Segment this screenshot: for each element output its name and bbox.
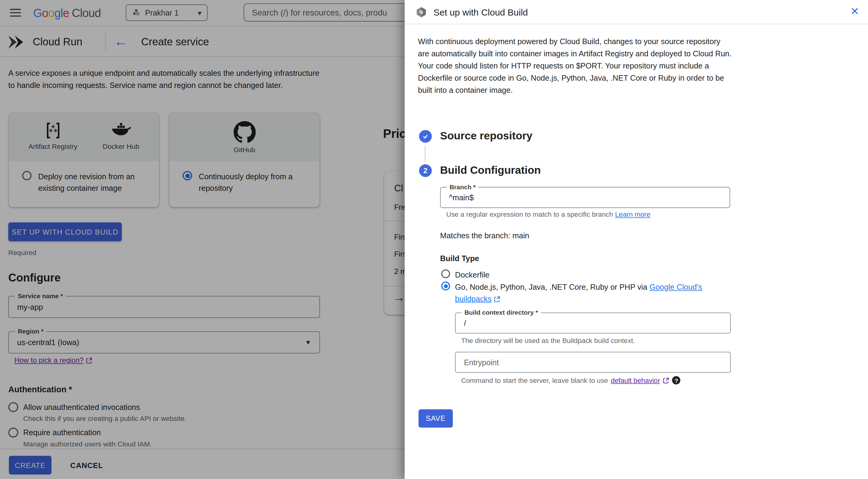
external-link-icon — [663, 377, 670, 384]
build-context-helper: The directory will be used as the Buildp… — [461, 337, 635, 344]
default-behavior-link[interactable]: default behavior — [611, 376, 660, 384]
step1-title: Source repository — [440, 129, 532, 142]
dockerfile-radio[interactable] — [441, 269, 450, 278]
step-connector — [425, 145, 426, 162]
buildpacks-label: Go, Node.js, Python, Java, .NET Core, Ru… — [455, 281, 702, 293]
buildpacks-link[interactable]: Google Cloud's — [649, 283, 702, 292]
step2-number-circle[interactable]: 2 — [419, 164, 432, 177]
dockerfile-option[interactable]: Dockerfile — [441, 269, 490, 281]
branch-helper-text: Use a regular expression to match to a s… — [446, 211, 613, 218]
entrypoint-field — [455, 352, 731, 373]
step2-title: Build Configuration — [440, 164, 541, 176]
step1-check-circle[interactable] — [419, 130, 432, 143]
modal-scrim — [0, 0, 405, 479]
gcp-console: GoogleCloud Prakhar 1 ▾ Cloud Run ← Crea… — [0, 0, 868, 479]
buildpacks-radio[interactable] — [441, 281, 450, 290]
buildpacks-link-line2[interactable]: buildpacks — [455, 293, 500, 305]
panel-description-p2: Your code should listen for HTTP request… — [418, 60, 732, 96]
build-context-field: Build context directory * — [455, 312, 731, 334]
check-icon — [421, 132, 429, 140]
branch-match-note: Matches the branch: main — [440, 231, 529, 240]
branch-helper: Use a regular expression to match to a s… — [446, 211, 651, 218]
panel-description-p1: With continuous deployment powered by Cl… — [418, 35, 732, 60]
panel-description: With continuous deployment powered by Cl… — [418, 35, 732, 96]
learn-more-link[interactable]: Learn more — [615, 211, 650, 218]
external-link-icon — [494, 296, 501, 303]
buildpacks-link[interactable]: buildpacks — [455, 293, 492, 305]
save-button[interactable]: SAVE — [418, 409, 453, 427]
dockerfile-label: Dockerfile — [455, 269, 490, 281]
build-context-input[interactable] — [456, 313, 730, 333]
entrypoint-helper-text: Command to start the server, leave blank… — [461, 376, 608, 384]
entrypoint-input[interactable] — [456, 352, 730, 372]
buildpacks-prefix: Go, Node.js, Python, Java, .NET Core, Ru… — [455, 283, 647, 292]
cloud-build-icon — [415, 6, 427, 18]
panel-header: Set up with Cloud Build ✕ — [405, 0, 868, 24]
panel-title: Set up with Cloud Build — [433, 0, 528, 24]
cloud-build-setup-panel: Set up with Cloud Build ✕ With continuou… — [405, 0, 868, 479]
buildpacks-option[interactable]: Go, Node.js, Python, Java, .NET Core, Ru… — [441, 281, 702, 293]
help-icon[interactable]: ? — [672, 376, 680, 384]
branch-field: Branch * — [440, 187, 730, 208]
step2-number: 2 — [423, 167, 427, 175]
close-icon[interactable]: ✕ — [850, 0, 859, 24]
branch-input[interactable] — [441, 187, 730, 207]
entrypoint-helper: Command to start the server, leave blank… — [461, 376, 680, 384]
build-type-heading: Build Type — [440, 254, 479, 263]
